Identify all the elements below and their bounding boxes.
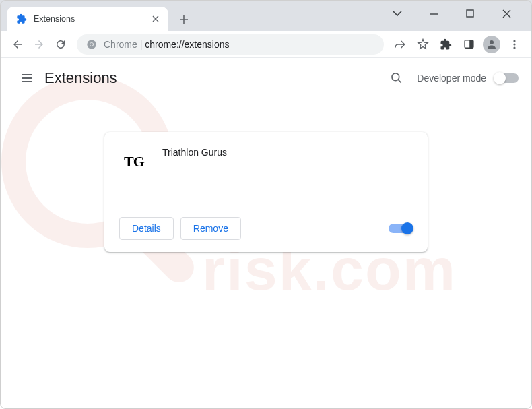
svg-point-11	[513, 43, 515, 45]
svg-point-9	[490, 40, 494, 44]
details-button[interactable]: Details	[119, 217, 174, 240]
svg-point-6	[90, 42, 93, 45]
svg-point-10	[513, 40, 515, 42]
remove-button[interactable]: Remove	[180, 217, 241, 240]
sidepanel-button[interactable]	[458, 34, 479, 55]
new-tab-button[interactable]	[174, 9, 194, 30]
share-button[interactable]	[389, 34, 411, 55]
svg-rect-8	[469, 40, 473, 48]
svg-point-12	[513, 46, 515, 49]
developer-mode-toggle[interactable]	[494, 73, 519, 83]
address-bar[interactable]: Chrome | chrome://extensions	[77, 34, 384, 55]
extensions-button[interactable]	[435, 34, 457, 55]
hamburger-menu-button[interactable]	[13, 65, 40, 92]
bookmark-button[interactable]	[412, 34, 434, 55]
menu-button[interactable]	[504, 34, 525, 55]
window-maximize-button[interactable]	[462, 5, 478, 22]
chrome-icon	[86, 39, 97, 50]
reload-button[interactable]	[50, 34, 71, 55]
tab-title: Extensions	[34, 14, 149, 24]
tab-close-button[interactable]	[149, 13, 162, 25]
tab-favicon	[16, 13, 27, 24]
extension-card: TG Triathlon Gurus Details Remove	[104, 132, 428, 252]
page-title: Extensions	[44, 69, 117, 87]
extension-icon: TG	[119, 147, 149, 177]
back-button[interactable]	[7, 34, 28, 55]
extension-name: Triathlon Gurus	[162, 147, 227, 158]
developer-mode-label: Developer mode	[417, 73, 486, 84]
window-dropdown-button[interactable]	[389, 5, 405, 22]
window-minimize-button[interactable]	[426, 5, 442, 22]
svg-rect-3	[467, 10, 473, 17]
address-text: Chrome | chrome://extensions	[104, 39, 230, 50]
extension-enable-toggle[interactable]	[389, 224, 413, 233]
window-close-button[interactable]	[498, 5, 514, 22]
svg-point-13	[392, 73, 399, 80]
forward-button	[28, 34, 50, 55]
search-button[interactable]	[385, 66, 409, 90]
profile-button[interactable]	[481, 34, 502, 55]
browser-tab[interactable]: Extensions	[7, 7, 168, 31]
avatar-icon	[483, 36, 500, 53]
